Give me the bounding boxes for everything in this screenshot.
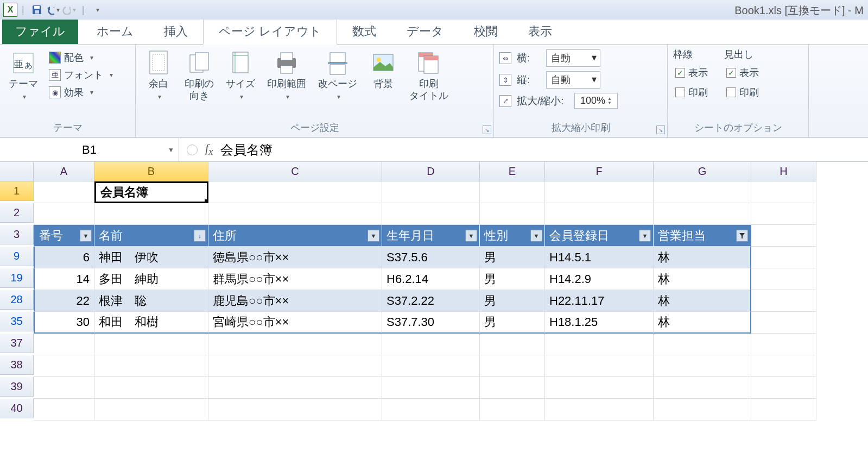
row-hdr-9[interactable]: 9 [0,247,34,266]
filter-btn-sales[interactable] [736,230,748,242]
row-hdr-2[interactable]: 2 [0,203,34,223]
undo-button[interactable]: ▾ [46,3,60,17]
headings-view-checkbox[interactable]: ✓表示 [724,65,761,80]
table-cell[interactable]: 徳島県○○市×× [208,247,382,268]
tab-insert[interactable]: 挿入 [149,19,203,44]
theme-colors-button[interactable]: 配色▾ [47,50,116,65]
orientation-button[interactable]: 印刷の 向き [181,48,217,104]
fit-width-select[interactable]: 自動▾ [546,49,600,67]
row-hdr-28[interactable]: 28 [0,290,34,310]
th-addr[interactable]: 住所▼ [208,225,382,247]
th-dob[interactable]: 生年月日▼ [382,225,480,247]
theme-fonts-button[interactable]: 亜 フォント▾ [47,67,116,83]
table-cell[interactable]: 和田 和樹 [94,312,208,334]
table-cell[interactable]: H18.1.25 [545,312,654,334]
row-hdr-39[interactable]: 39 [0,377,34,397]
size-button[interactable]: サイズ▾ [223,48,258,104]
filter-btn-no[interactable]: ▼ [80,230,92,242]
cell-B1[interactable]: 会員名簿 [94,181,208,203]
filter-btn-addr[interactable]: ▼ [368,230,379,242]
th-no[interactable]: 番号▼ [34,225,94,247]
col-hdr-F[interactable]: F [545,162,654,181]
tab-data[interactable]: データ [391,19,459,44]
table-cell[interactable]: S37.7.30 [382,312,480,334]
table-cell[interactable]: S37.5.6 [382,247,480,268]
table-cell[interactable]: 30 [34,312,94,334]
table-cell[interactable]: 6 [34,247,94,268]
cell-G1[interactable] [654,181,751,203]
print-area-button[interactable]: 印刷範囲▾ [264,48,309,104]
gridlines-print-checkbox[interactable]: 印刷 [673,85,710,100]
cell-H1[interactable] [751,181,816,203]
namebox-dropdown-icon[interactable]: ▼ [168,146,174,154]
cell-D1[interactable] [382,181,480,203]
file-tab[interactable]: ファイル [2,19,78,44]
scale-spinner[interactable]: 100%▲▼ [574,93,618,109]
row-hdr-19[interactable]: 19 [0,268,34,288]
save-button[interactable] [30,3,44,17]
row-hdr-1[interactable]: 1 [0,181,34,201]
filter-btn-reg[interactable]: ▼ [639,230,651,242]
background-button[interactable]: 背景 [366,48,401,92]
scale-launcher[interactable]: ↘ [656,125,665,134]
table-cell[interactable]: 14 [34,268,94,290]
table-cell[interactable]: S37.2.22 [382,290,480,312]
row-hdr-35[interactable]: 35 [0,312,34,331]
table-cell[interactable]: 22 [34,290,94,312]
table-cell[interactable]: 男 [480,268,545,290]
cell-A1[interactable] [34,181,94,203]
gridlines-view-checkbox[interactable]: ✓表示 [673,65,710,80]
qat-customize[interactable]: ▾ [90,3,104,17]
table-cell[interactable]: 林 [654,312,751,334]
filter-btn-name[interactable]: ↓ [194,230,206,242]
col-hdr-A[interactable]: A [34,162,94,181]
tab-review[interactable]: 校閲 [459,19,513,44]
table-cell[interactable]: H22.11.17 [545,290,654,312]
tab-view[interactable]: 表示 [513,19,567,44]
col-hdr-H[interactable]: H [751,162,816,181]
table-cell[interactable]: 多田 紳助 [94,268,208,290]
fx-icon[interactable]: fx [205,141,213,158]
tab-page-layout[interactable]: ページ レイアウト [203,18,337,45]
cell-F1[interactable] [545,181,654,203]
table-cell[interactable]: H6.2.14 [382,268,480,290]
col-hdr-D[interactable]: D [382,162,480,181]
table-cell[interactable]: 男 [480,247,545,268]
print-titles-button[interactable]: 印刷 タイトル [406,48,452,104]
excel-app-icon[interactable]: X [3,3,17,17]
th-name[interactable]: 名前↓ [94,225,208,247]
col-hdr-C[interactable]: C [208,162,382,181]
col-hdr-G[interactable]: G [654,162,751,181]
table-cell[interactable]: 神田 伊吹 [94,247,208,268]
table-cell[interactable]: H14.5.1 [545,247,654,268]
filter-btn-dob[interactable]: ▼ [465,230,477,242]
themes-button[interactable]: 亜ぁ テーマ▾ [5,48,41,104]
name-box[interactable]: B1 ▼ [0,138,179,161]
row-hdr-38[interactable]: 38 [0,355,34,375]
table-cell[interactable]: 根津 聡 [94,290,208,312]
breaks-button[interactable]: 改ページ▾ [315,48,360,104]
th-sex[interactable]: 性別▼ [480,225,545,247]
row-hdr-3[interactable]: 3 [0,225,34,244]
sheet-grid[interactable]: A B C D E F G H 1 会員名簿 2 3 番号▼ 名前↓ 住所▼ 生… [0,162,868,420]
cancel-formula-icon[interactable] [187,145,198,155]
margins-button[interactable]: 余白▾ [141,48,176,104]
table-cell[interactable]: 男 [480,312,545,334]
cell-E1[interactable] [480,181,545,203]
table-cell[interactable]: 鹿児島○○市×× [208,290,382,312]
headings-print-checkbox[interactable]: 印刷 [724,85,761,100]
row-hdr-40[interactable]: 40 [0,399,34,418]
table-cell[interactable]: H14.2.9 [545,268,654,290]
table-cell[interactable]: 男 [480,290,545,312]
fit-height-select[interactable]: 自動▾ [546,71,600,89]
col-hdr-B[interactable]: B [94,162,208,181]
row-hdr-37[interactable]: 37 [0,334,34,353]
table-cell[interactable]: 林 [654,290,751,312]
redo-button[interactable]: ▾ [62,3,77,17]
table-cell[interactable]: 林 [654,247,751,268]
page-setup-launcher[interactable]: ↘ [483,125,491,134]
formula-value[interactable]: 会員名簿 [220,141,273,159]
table-cell[interactable]: 林 [654,268,751,290]
select-all-corner[interactable] [0,162,34,181]
filter-btn-sex[interactable]: ▼ [530,230,542,242]
